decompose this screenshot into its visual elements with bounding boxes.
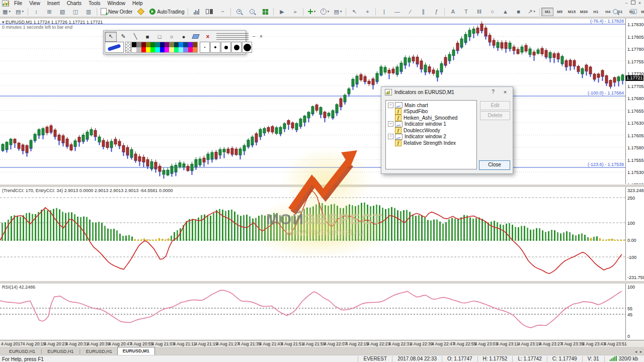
brush-size-11[interactable] <box>231 42 242 53</box>
zoom-out-button[interactable]: - <box>246 7 258 16</box>
delete-button[interactable]: Delete <box>480 111 510 120</box>
paint-close-icon[interactable]: × <box>258 33 265 40</box>
tree-indicator-heiken_ashi_smoothed[interactable]: fHeiken_Ashi_Smoothed <box>395 115 476 121</box>
tab-eurusd-h1[interactable]: EURUSD,H1 <box>42 348 78 355</box>
color-swatch[interactable] <box>193 42 197 47</box>
timeframe-m1[interactable]: M1 <box>541 8 553 16</box>
navigator-button[interactable]: ▧ <box>56 7 68 16</box>
color-swatch[interactable] <box>141 42 146 47</box>
line-style-preview[interactable] <box>105 42 124 53</box>
menu-item-file[interactable]: File <box>11 0 26 7</box>
brush-size-4[interactable] <box>210 42 220 53</box>
auto-scroll-button[interactable]: ▶ <box>276 7 288 16</box>
periods-button[interactable]: ▾ <box>318 7 331 16</box>
color-swatch[interactable] <box>132 47 136 52</box>
color-swatch[interactable] <box>188 42 193 47</box>
tree-indicator-relative-strength-index[interactable]: fRelative Strength Index <box>395 140 476 146</box>
menu-item-tools[interactable]: Tools <box>85 0 104 7</box>
close-icon[interactable]: × <box>638 1 641 6</box>
menu-item-view[interactable]: View <box>26 0 44 7</box>
color-swatch[interactable] <box>136 47 141 52</box>
terminal-button[interactable]: ◫ <box>69 7 82 16</box>
color-swatch[interactable] <box>150 42 155 47</box>
horizontal-line-button[interactable]: — <box>391 7 403 16</box>
triangle-tool-button[interactable]: ▲ <box>499 7 511 16</box>
color-swatch[interactable] <box>150 47 155 52</box>
color-swatch[interactable] <box>160 47 165 52</box>
color-swatch[interactable] <box>169 47 174 52</box>
color-swatch[interactable] <box>146 42 150 47</box>
color-swatch[interactable] <box>188 47 193 52</box>
dialog-close-icon[interactable]: × <box>500 88 511 96</box>
restore-icon[interactable] <box>631 1 635 6</box>
doublecc-woody-chart[interactable] <box>0 187 626 281</box>
collapse-chart-icon[interactable]: ▾ <box>2 20 6 25</box>
cursor-button[interactable]: ↖ <box>348 7 360 16</box>
market-watch-button[interactable]: ↕ <box>30 7 42 16</box>
tree-node-main-chart[interactable]: −Main chart <box>388 102 476 109</box>
main-chart-pane[interactable]: ▾ EURUSD,M1 1.17724 1.17726 1.17721 1.17… <box>0 19 644 185</box>
menu-item-charts[interactable]: Charts <box>63 0 85 7</box>
delete-drawing-tool[interactable]: × <box>202 32 213 41</box>
tab-eurusd-h1[interactable]: EURUSD,H1 <box>4 348 40 355</box>
color-swatch[interactable] <box>136 42 141 47</box>
indicators-list-button[interactable]: ▾ <box>305 7 317 16</box>
menu-item-window[interactable]: Window <box>104 0 129 7</box>
tree-node-indicator-window-1[interactable]: −Indicator window 1 <box>388 121 476 128</box>
templates-button[interactable]: ▤▾ <box>332 7 344 16</box>
fibonacci-button[interactable]: ƒ <box>430 7 442 16</box>
vertical-line-button[interactable]: | <box>378 7 390 16</box>
color-swatch[interactable] <box>183 47 188 52</box>
brush-size-2[interactable] <box>200 42 210 53</box>
data-window-button[interactable]: ⊞ <box>43 7 55 16</box>
indicator-window-1[interactable]: (TrendCCI: 170, EntryCCI: 34) 2.9013 0.0… <box>0 187 644 281</box>
eraser-tool[interactable] <box>190 32 201 41</box>
timeframe-h1[interactable]: H1 <box>590 8 602 16</box>
color-swatch[interactable] <box>183 42 188 47</box>
line-chart-mode-button[interactable]: ~ <box>216 7 228 16</box>
color-swatch[interactable] <box>160 42 165 47</box>
rect-tool[interactable]: □ <box>154 32 165 41</box>
new-order-button[interactable]: New Order <box>99 7 134 16</box>
transparent-color-swatch[interactable] <box>125 42 131 53</box>
tab-eurusd-h1[interactable]: EURUSD,H1 <box>81 348 117 355</box>
new-chart-button[interactable]: ▦▾ <box>1 7 13 16</box>
zoom-in-button[interactable]: + <box>233 7 245 16</box>
chart-shift-button[interactable]: » <box>289 7 301 16</box>
select-tool[interactable]: ↖ <box>105 32 117 42</box>
minimize-icon[interactable]: − <box>625 1 627 6</box>
color-swatch[interactable] <box>193 47 197 52</box>
metaeditor-button[interactable] <box>135 7 147 16</box>
menu-item-insert[interactable]: Insert <box>44 0 63 7</box>
timeframe-m30[interactable]: M30 <box>578 8 590 16</box>
bar-chart-mode-button[interactable] <box>190 7 202 16</box>
color-swatch[interactable] <box>179 47 183 52</box>
color-swatch[interactable] <box>155 47 159 52</box>
color-swatch[interactable] <box>132 42 136 47</box>
tile-windows-button[interactable] <box>259 7 271 16</box>
rectangle-tool-button[interactable]: ■ <box>512 7 524 16</box>
color-swatch[interactable] <box>155 42 159 47</box>
filled-ellipse-tool[interactable]: ● <box>178 32 189 41</box>
arrows-tool-button[interactable]: ↗▾ <box>525 7 537 16</box>
search-icon[interactable] <box>609 7 621 16</box>
brush-size-15[interactable] <box>242 42 252 53</box>
candlestick-chart[interactable] <box>0 19 626 184</box>
color-swatch[interactable] <box>141 47 146 52</box>
tab-scroll-left-icon[interactable]: ◂ <box>635 349 637 354</box>
crosshair-button[interactable]: + <box>361 7 373 16</box>
color-swatch[interactable] <box>146 47 150 52</box>
tree-indicator--spudfibo[interactable]: f#SpudFibo <box>395 109 476 115</box>
brush-size-7[interactable] <box>221 42 231 53</box>
ellipse-tool[interactable]: ○ <box>166 32 177 41</box>
tree-node-indicator-window-2[interactable]: −Indicator window 2 <box>388 134 476 140</box>
autotrading-button[interactable]: AutoTrading <box>148 7 186 16</box>
indicator-window-2[interactable]: RSI(14) 42.2486 10055450 <box>0 284 644 340</box>
trendline-button[interactable]: ∕ <box>404 7 416 16</box>
edit-button[interactable]: Edit <box>480 101 510 110</box>
cycle-lines-button[interactable]: ǁǁ <box>473 7 485 16</box>
collapse-icon[interactable]: − <box>388 121 393 127</box>
color-swatch[interactable] <box>174 42 179 47</box>
color-swatch[interactable] <box>169 42 174 47</box>
candle-chart-mode-button[interactable] <box>203 7 215 16</box>
